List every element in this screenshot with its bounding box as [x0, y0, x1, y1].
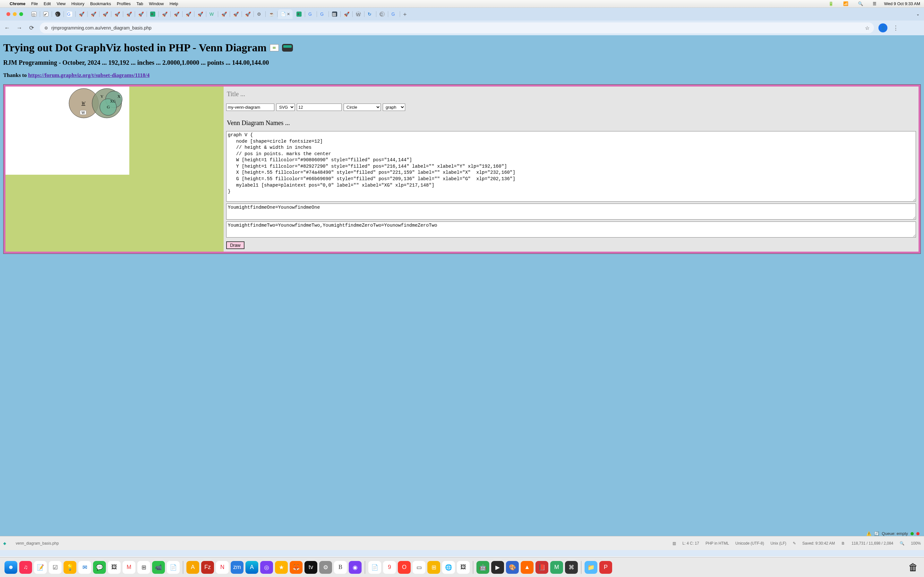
shape-select[interactable]: Circle — [344, 103, 381, 111]
close-window-button[interactable] — [6, 12, 10, 16]
draw-button[interactable]: Draw — [226, 242, 244, 249]
browser-tab[interactable]: ✔ — [40, 9, 51, 19]
dock-app-filezilla[interactable]: Fz — [201, 561, 214, 574]
dock-app-settings[interactable]: ⚙ — [319, 561, 332, 574]
address-bar[interactable]: ⚙ rjmprogramming.com.au/venn_diagram_bas… — [40, 23, 874, 33]
line-ending-select[interactable]: Unix (LF) — [771, 541, 786, 546]
control-center-icon[interactable]: ☰ — [873, 1, 877, 6]
browser-tab[interactable]: W — [353, 9, 364, 19]
dock-app-pdf[interactable]: 📕 — [535, 561, 548, 574]
encoding-select[interactable]: Unicode (UTF-8) — [735, 541, 764, 546]
venn-button-w[interactable]: W — [80, 110, 86, 115]
wifi-icon[interactable]: 📶 — [843, 1, 848, 6]
browser-tab[interactable]: 🚀 — [341, 9, 352, 19]
reload-button[interactable]: ⟳ — [27, 24, 35, 32]
browser-tab[interactable]: ☕ — [266, 9, 277, 19]
dock-app-preview[interactable]: 🖼 — [457, 561, 470, 574]
dock-app-books[interactable]: B — [334, 561, 347, 574]
battery-icon[interactable]: 🔋 — [829, 1, 834, 6]
bookmark-star-icon[interactable]: ☆ — [865, 25, 869, 31]
lang-select[interactable]: PHP in HTML — [706, 541, 729, 546]
zoom-level[interactable]: 100% — [911, 541, 921, 546]
dock-app-o[interactable]: O — [398, 561, 411, 574]
close-tab-icon[interactable]: ✕ — [287, 12, 290, 16]
browser-tab[interactable]: 🚀 — [242, 9, 253, 19]
browser-tab[interactable]: 🚀 — [183, 9, 194, 19]
dock-app-textedit[interactable]: 📄 — [167, 561, 180, 574]
browser-tab[interactable]: ✦ — [294, 9, 304, 19]
browser-tab[interactable]: G — [305, 9, 317, 19]
forward-button[interactable]: → — [15, 24, 23, 32]
dock-app-photos[interactable]: 🖼 — [108, 561, 121, 574]
profile-avatar[interactable]: 👤 — [879, 23, 887, 32]
browser-tab[interactable]: 🚀 — [124, 9, 134, 19]
new-tab-button[interactable]: ＋ — [401, 10, 409, 18]
minimize-window-button[interactable] — [13, 12, 17, 16]
device-chip-icon[interactable] — [282, 44, 293, 52]
dock-app-finder[interactable]: ☻ — [5, 561, 17, 574]
dock-app-facetime[interactable]: 📹 — [152, 561, 165, 574]
zoom-window-button[interactable] — [19, 12, 23, 16]
dock-app-zoom[interactable]: zm — [231, 561, 244, 574]
dock-app-firefox[interactable]: 🦊 — [290, 561, 302, 574]
dock-app-p[interactable]: P — [599, 561, 612, 574]
browser-tab[interactable]: G — [317, 9, 328, 19]
dock-app-android[interactable]: 🤖 — [477, 561, 489, 574]
layout-select[interactable]: graph — [383, 103, 405, 111]
back-button[interactable]: ← — [3, 24, 11, 32]
search-icon[interactable]: 🔍 — [900, 541, 905, 546]
spotlight-icon[interactable]: 🔍 — [858, 1, 863, 6]
site-settings-icon[interactable]: ⚙ — [44, 26, 48, 31]
dock-app-tips[interactable]: ★ — [275, 561, 288, 574]
fixup-two-textarea[interactable] — [226, 221, 916, 237]
dock-app-folder[interactable]: 📁 — [585, 561, 598, 574]
browser-tab[interactable]: W — [207, 9, 218, 19]
menu-help[interactable]: Help — [170, 1, 178, 6]
dock-app-messages[interactable]: 💬 — [93, 561, 106, 574]
fixup-one-textarea[interactable] — [226, 203, 916, 219]
browser-tab[interactable]: 🚀 — [76, 9, 87, 19]
browser-tab[interactable]: ▦ — [329, 9, 340, 19]
dot-source-textarea[interactable] — [226, 131, 916, 201]
dock-app-shortcuts[interactable]: ⊞ — [137, 561, 150, 574]
app-name[interactable]: Chrome — [10, 1, 25, 6]
title-input[interactable] — [227, 90, 439, 98]
dock-app-a[interactable]: A — [186, 561, 199, 574]
thanks-link[interactable]: https://forum.graphviz.org/t/subset-diag… — [28, 72, 150, 78]
menu-view[interactable]: View — [57, 1, 65, 6]
panel-toggle-icon[interactable]: ▥ — [672, 541, 676, 546]
browser-tab[interactable]: G — [64, 9, 75, 19]
dock-app-calendar[interactable]: 9 — [383, 561, 396, 574]
dock-app-grid[interactable]: ⊞ — [427, 561, 440, 574]
dock-app-appstore[interactable]: A — [246, 561, 258, 574]
dock-app-ideas[interactable]: 💡 — [63, 561, 76, 574]
menu-profiles[interactable]: Profiles — [117, 1, 131, 6]
format-select[interactable]: SVG — [276, 103, 295, 111]
dock-app-podcast2[interactable]: ◉ — [349, 561, 362, 574]
browser-tab[interactable]: G — [389, 9, 399, 19]
dock-app-music[interactable]: ♫ — [19, 561, 32, 574]
menu-tab[interactable]: Tab — [136, 1, 143, 6]
browser-tab[interactable]: 🚀 — [195, 9, 206, 19]
editor-file-tab[interactable]: venn_diagram_basis.php — [16, 541, 59, 546]
dock-app-pages[interactable]: 📄 — [368, 561, 381, 574]
dock-app-marked[interactable]: M — [123, 561, 136, 574]
dock-app-tv[interactable]: tv — [304, 561, 317, 574]
menu-history[interactable]: History — [71, 1, 84, 6]
dock-app-notes[interactable]: 📝 — [34, 561, 47, 574]
browser-tab[interactable]: 🚀 — [88, 9, 99, 19]
menu-edit[interactable]: Edit — [44, 1, 51, 6]
menubar-clock[interactable]: Wed 9 Oct 9:33 AM — [884, 1, 920, 6]
dock-app-paint[interactable]: 🎨 — [506, 561, 519, 574]
menu-file[interactable]: File — [31, 1, 38, 6]
dock-app-podcasts[interactable]: ◎ — [260, 561, 273, 574]
browser-tab[interactable]: ⌂ — [52, 9, 63, 19]
chrome-menu-icon[interactable]: ⋮ — [892, 24, 900, 32]
menu-bookmarks[interactable]: Bookmarks — [90, 1, 111, 6]
dock-trash-icon[interactable]: 🗑 — [907, 561, 919, 574]
browser-tab[interactable]: © — [376, 9, 388, 19]
dock-app-mail[interactable]: ✉ — [78, 561, 91, 574]
dock-app-mamp[interactable]: M — [550, 561, 563, 574]
browser-tab[interactable]: 🚀 — [100, 9, 111, 19]
dock-app-chrome[interactable]: 🌐 — [442, 561, 455, 574]
